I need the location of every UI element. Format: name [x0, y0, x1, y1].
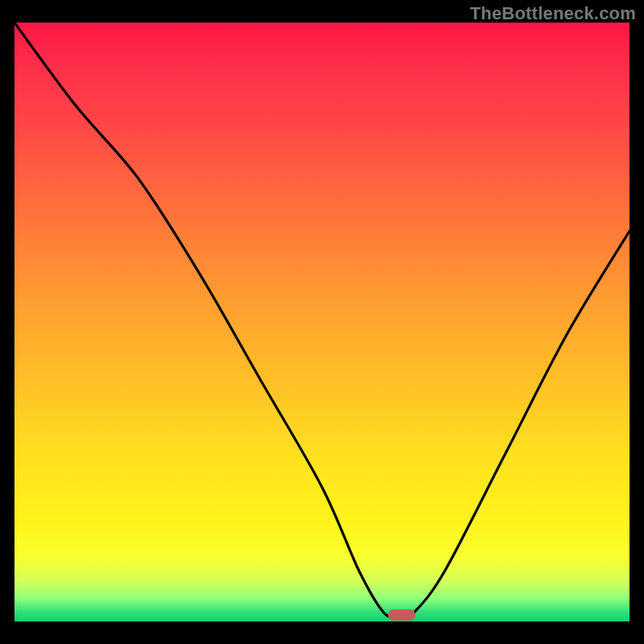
- watermark-text: TheBottleneck.com: [470, 3, 636, 24]
- bottleneck-curve: [14, 23, 630, 630]
- optimum-marker: [388, 609, 415, 621]
- curve-path: [14, 23, 630, 618]
- chart-frame: TheBottleneck.com: [0, 0, 644, 644]
- plot-area: [14, 23, 630, 630]
